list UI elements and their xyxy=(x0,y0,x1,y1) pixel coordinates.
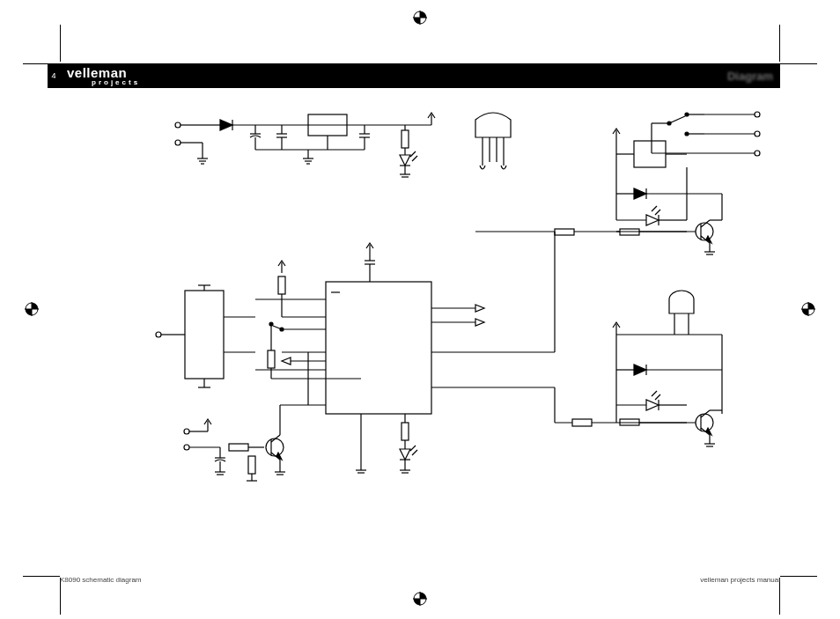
circuit-schematic xyxy=(141,97,775,537)
svg-point-159 xyxy=(184,445,189,450)
svg-line-193 xyxy=(655,394,660,400)
svg-line-85 xyxy=(655,210,660,215)
svg-point-141 xyxy=(156,332,161,337)
oscillator-block xyxy=(156,285,255,387)
svg-marker-79 xyxy=(634,188,646,199)
svg-marker-187 xyxy=(634,365,646,375)
relay-driver-1 xyxy=(475,112,760,254)
svg-rect-109 xyxy=(326,282,431,414)
status-led-block xyxy=(356,414,417,473)
svg-rect-43 xyxy=(402,130,409,148)
svg-line-47 xyxy=(410,151,416,157)
svg-point-61 xyxy=(755,151,760,156)
svg-point-57 xyxy=(755,112,760,117)
mcu-block xyxy=(255,232,555,423)
svg-point-171 xyxy=(266,438,284,456)
svg-point-199 xyxy=(696,414,713,431)
svg-rect-72 xyxy=(634,141,666,167)
page-title: Diagram xyxy=(727,70,773,83)
svg-rect-112 xyxy=(278,276,285,294)
header-banner: velleman projects Diagram xyxy=(60,63,780,88)
svg-line-149 xyxy=(412,450,417,455)
svg-marker-190 xyxy=(646,400,659,410)
svg-line-192 xyxy=(652,391,657,396)
footer: K8090 schematic diagram velleman project… xyxy=(60,576,780,584)
svg-marker-45 xyxy=(400,155,410,166)
svg-rect-134 xyxy=(185,291,224,379)
input-stage-block xyxy=(184,405,326,481)
svg-line-148 xyxy=(410,446,416,451)
relay-driver-2 xyxy=(555,291,722,446)
svg-marker-146 xyxy=(400,449,410,460)
power-supply-block xyxy=(175,113,435,177)
brand-logo: velleman projects xyxy=(67,66,140,86)
svg-rect-144 xyxy=(402,423,409,440)
registration-mark-icon xyxy=(413,592,427,606)
svg-point-12 xyxy=(175,122,181,128)
svg-point-91 xyxy=(696,223,713,240)
registration-mark-icon xyxy=(413,11,427,25)
registration-mark-icon xyxy=(801,302,815,316)
svg-line-48 xyxy=(412,156,417,161)
svg-rect-168 xyxy=(248,456,255,474)
footer-left: K8090 schematic diagram xyxy=(60,576,142,584)
svg-line-63 xyxy=(669,116,685,123)
optocoupler-icon xyxy=(475,113,511,169)
svg-point-14 xyxy=(175,140,181,145)
svg-rect-209 xyxy=(572,419,592,426)
svg-marker-21 xyxy=(220,120,232,130)
registration-mark-icon xyxy=(25,302,39,316)
svg-line-84 xyxy=(652,206,657,211)
svg-point-59 xyxy=(755,131,760,136)
svg-rect-103 xyxy=(555,229,574,235)
footer-right: velleman projects manual xyxy=(700,576,780,584)
svg-marker-82 xyxy=(646,215,659,225)
page-number: 4 xyxy=(48,63,60,88)
svg-rect-166 xyxy=(229,444,248,451)
svg-rect-120 xyxy=(268,350,275,368)
svg-point-156 xyxy=(184,429,189,434)
